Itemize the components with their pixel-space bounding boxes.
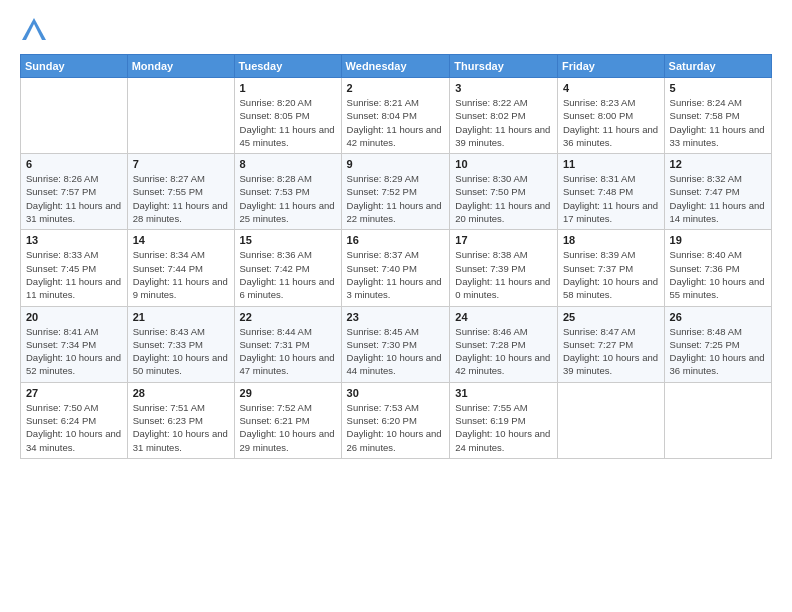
calendar-cell: 22Sunrise: 8:44 AM Sunset: 7:31 PM Dayli…	[234, 306, 341, 382]
calendar-cell: 14Sunrise: 8:34 AM Sunset: 7:44 PM Dayli…	[127, 230, 234, 306]
calendar-cell: 9Sunrise: 8:29 AM Sunset: 7:52 PM Daylig…	[341, 154, 450, 230]
day-detail: Sunrise: 8:46 AM Sunset: 7:28 PM Dayligh…	[455, 325, 552, 378]
day-detail: Sunrise: 7:55 AM Sunset: 6:19 PM Dayligh…	[455, 401, 552, 454]
weekday-header: Wednesday	[341, 55, 450, 78]
weekday-header: Friday	[557, 55, 664, 78]
day-number: 25	[563, 311, 659, 323]
day-number: 15	[240, 234, 336, 246]
calendar-cell: 28Sunrise: 7:51 AM Sunset: 6:23 PM Dayli…	[127, 382, 234, 458]
day-number: 18	[563, 234, 659, 246]
calendar-cell: 26Sunrise: 8:48 AM Sunset: 7:25 PM Dayli…	[664, 306, 771, 382]
calendar-header: SundayMondayTuesdayWednesdayThursdayFrid…	[21, 55, 772, 78]
day-number: 1	[240, 82, 336, 94]
calendar-cell	[127, 78, 234, 154]
calendar-week-row: 1Sunrise: 8:20 AM Sunset: 8:05 PM Daylig…	[21, 78, 772, 154]
calendar-cell: 8Sunrise: 8:28 AM Sunset: 7:53 PM Daylig…	[234, 154, 341, 230]
logo	[20, 16, 52, 44]
calendar-cell	[557, 382, 664, 458]
day-number: 4	[563, 82, 659, 94]
day-detail: Sunrise: 7:51 AM Sunset: 6:23 PM Dayligh…	[133, 401, 229, 454]
day-detail: Sunrise: 8:40 AM Sunset: 7:36 PM Dayligh…	[670, 248, 766, 301]
calendar-cell: 18Sunrise: 8:39 AM Sunset: 7:37 PM Dayli…	[557, 230, 664, 306]
calendar-cell: 27Sunrise: 7:50 AM Sunset: 6:24 PM Dayli…	[21, 382, 128, 458]
calendar-cell: 12Sunrise: 8:32 AM Sunset: 7:47 PM Dayli…	[664, 154, 771, 230]
day-detail: Sunrise: 7:52 AM Sunset: 6:21 PM Dayligh…	[240, 401, 336, 454]
weekday-header: Sunday	[21, 55, 128, 78]
day-detail: Sunrise: 8:32 AM Sunset: 7:47 PM Dayligh…	[670, 172, 766, 225]
day-number: 28	[133, 387, 229, 399]
calendar-cell: 30Sunrise: 7:53 AM Sunset: 6:20 PM Dayli…	[341, 382, 450, 458]
day-detail: Sunrise: 8:39 AM Sunset: 7:37 PM Dayligh…	[563, 248, 659, 301]
day-number: 6	[26, 158, 122, 170]
weekday-header: Thursday	[450, 55, 558, 78]
page: SundayMondayTuesdayWednesdayThursdayFrid…	[0, 0, 792, 469]
day-number: 24	[455, 311, 552, 323]
calendar-cell: 23Sunrise: 8:45 AM Sunset: 7:30 PM Dayli…	[341, 306, 450, 382]
day-detail: Sunrise: 8:28 AM Sunset: 7:53 PM Dayligh…	[240, 172, 336, 225]
day-detail: Sunrise: 8:26 AM Sunset: 7:57 PM Dayligh…	[26, 172, 122, 225]
calendar-cell: 15Sunrise: 8:36 AM Sunset: 7:42 PM Dayli…	[234, 230, 341, 306]
calendar-cell: 13Sunrise: 8:33 AM Sunset: 7:45 PM Dayli…	[21, 230, 128, 306]
day-number: 30	[347, 387, 445, 399]
day-number: 22	[240, 311, 336, 323]
calendar-cell: 10Sunrise: 8:30 AM Sunset: 7:50 PM Dayli…	[450, 154, 558, 230]
day-detail: Sunrise: 8:34 AM Sunset: 7:44 PM Dayligh…	[133, 248, 229, 301]
day-detail: Sunrise: 8:47 AM Sunset: 7:27 PM Dayligh…	[563, 325, 659, 378]
day-number: 27	[26, 387, 122, 399]
day-number: 20	[26, 311, 122, 323]
day-detail: Sunrise: 8:23 AM Sunset: 8:00 PM Dayligh…	[563, 96, 659, 149]
calendar-body: 1Sunrise: 8:20 AM Sunset: 8:05 PM Daylig…	[21, 78, 772, 459]
day-number: 9	[347, 158, 445, 170]
day-number: 5	[670, 82, 766, 94]
calendar-cell: 31Sunrise: 7:55 AM Sunset: 6:19 PM Dayli…	[450, 382, 558, 458]
day-number: 11	[563, 158, 659, 170]
calendar-cell: 7Sunrise: 8:27 AM Sunset: 7:55 PM Daylig…	[127, 154, 234, 230]
calendar-cell: 4Sunrise: 8:23 AM Sunset: 8:00 PM Daylig…	[557, 78, 664, 154]
day-detail: Sunrise: 8:21 AM Sunset: 8:04 PM Dayligh…	[347, 96, 445, 149]
calendar-cell: 1Sunrise: 8:20 AM Sunset: 8:05 PM Daylig…	[234, 78, 341, 154]
calendar-cell: 17Sunrise: 8:38 AM Sunset: 7:39 PM Dayli…	[450, 230, 558, 306]
day-detail: Sunrise: 8:41 AM Sunset: 7:34 PM Dayligh…	[26, 325, 122, 378]
day-detail: Sunrise: 7:53 AM Sunset: 6:20 PM Dayligh…	[347, 401, 445, 454]
calendar-cell: 5Sunrise: 8:24 AM Sunset: 7:58 PM Daylig…	[664, 78, 771, 154]
day-detail: Sunrise: 8:38 AM Sunset: 7:39 PM Dayligh…	[455, 248, 552, 301]
calendar-cell: 6Sunrise: 8:26 AM Sunset: 7:57 PM Daylig…	[21, 154, 128, 230]
day-detail: Sunrise: 8:36 AM Sunset: 7:42 PM Dayligh…	[240, 248, 336, 301]
day-detail: Sunrise: 8:20 AM Sunset: 8:05 PM Dayligh…	[240, 96, 336, 149]
day-number: 21	[133, 311, 229, 323]
day-detail: Sunrise: 8:48 AM Sunset: 7:25 PM Dayligh…	[670, 325, 766, 378]
calendar-cell: 29Sunrise: 7:52 AM Sunset: 6:21 PM Dayli…	[234, 382, 341, 458]
calendar-week-row: 20Sunrise: 8:41 AM Sunset: 7:34 PM Dayli…	[21, 306, 772, 382]
weekday-header: Tuesday	[234, 55, 341, 78]
header	[20, 16, 772, 44]
calendar-cell	[664, 382, 771, 458]
day-number: 10	[455, 158, 552, 170]
day-number: 29	[240, 387, 336, 399]
calendar: SundayMondayTuesdayWednesdayThursdayFrid…	[20, 54, 772, 459]
calendar-cell: 3Sunrise: 8:22 AM Sunset: 8:02 PM Daylig…	[450, 78, 558, 154]
weekday-row: SundayMondayTuesdayWednesdayThursdayFrid…	[21, 55, 772, 78]
weekday-header: Monday	[127, 55, 234, 78]
day-number: 26	[670, 311, 766, 323]
calendar-week-row: 13Sunrise: 8:33 AM Sunset: 7:45 PM Dayli…	[21, 230, 772, 306]
day-detail: Sunrise: 8:27 AM Sunset: 7:55 PM Dayligh…	[133, 172, 229, 225]
calendar-cell: 16Sunrise: 8:37 AM Sunset: 7:40 PM Dayli…	[341, 230, 450, 306]
calendar-cell: 2Sunrise: 8:21 AM Sunset: 8:04 PM Daylig…	[341, 78, 450, 154]
weekday-header: Saturday	[664, 55, 771, 78]
day-detail: Sunrise: 8:31 AM Sunset: 7:48 PM Dayligh…	[563, 172, 659, 225]
day-number: 7	[133, 158, 229, 170]
calendar-week-row: 27Sunrise: 7:50 AM Sunset: 6:24 PM Dayli…	[21, 382, 772, 458]
day-detail: Sunrise: 8:30 AM Sunset: 7:50 PM Dayligh…	[455, 172, 552, 225]
day-detail: Sunrise: 8:24 AM Sunset: 7:58 PM Dayligh…	[670, 96, 766, 149]
day-number: 17	[455, 234, 552, 246]
day-detail: Sunrise: 8:29 AM Sunset: 7:52 PM Dayligh…	[347, 172, 445, 225]
calendar-cell: 19Sunrise: 8:40 AM Sunset: 7:36 PM Dayli…	[664, 230, 771, 306]
day-detail: Sunrise: 8:37 AM Sunset: 7:40 PM Dayligh…	[347, 248, 445, 301]
calendar-cell: 25Sunrise: 8:47 AM Sunset: 7:27 PM Dayli…	[557, 306, 664, 382]
day-number: 31	[455, 387, 552, 399]
day-number: 23	[347, 311, 445, 323]
calendar-cell: 21Sunrise: 8:43 AM Sunset: 7:33 PM Dayli…	[127, 306, 234, 382]
calendar-cell: 24Sunrise: 8:46 AM Sunset: 7:28 PM Dayli…	[450, 306, 558, 382]
day-number: 3	[455, 82, 552, 94]
calendar-cell: 11Sunrise: 8:31 AM Sunset: 7:48 PM Dayli…	[557, 154, 664, 230]
